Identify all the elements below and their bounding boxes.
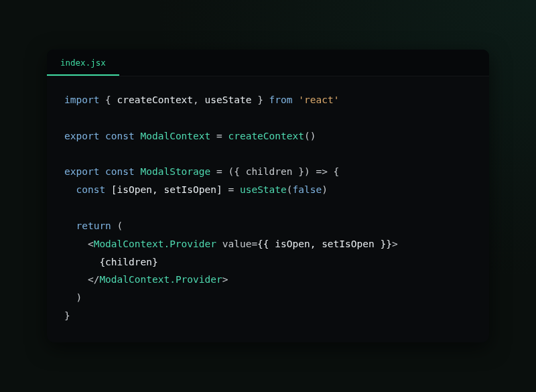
brace: } [251,94,269,105]
keyword-import: import [64,94,99,105]
keyword-const: const [99,131,140,141]
identifier: ModalStorage [141,166,211,177]
indent [64,292,76,303]
jsx-open: < [88,239,94,249]
paren-close: ) [76,292,82,303]
code-line: const [isOpen, setIsOpen] = useState(fal… [64,181,472,199]
jsx-close: > [222,274,228,285]
code-line: {children} [64,253,472,271]
code-line-blank [64,199,472,217]
jsx-expr: {{ isOpen, setIsOpen }} [257,239,392,249]
code-line: return ( [64,217,472,235]
destructure: [isOpen, setIsOpen] [111,184,222,195]
space [216,239,222,249]
code-line: ) [64,289,472,307]
equals: = [222,184,240,195]
keyword-const: const [76,184,105,195]
code-line-blank [64,145,472,164]
indent [64,184,76,195]
call: createContext [228,131,304,141]
identifier: useState [205,94,252,105]
brace: { [99,94,117,105]
indent [64,257,99,267]
jsx-open: </ [88,274,99,285]
code-line: import { createContext, useState } from … [64,91,472,109]
space [105,184,111,195]
equals: = [251,239,257,249]
code-line: export const ModalStorage = ({ children … [64,163,472,181]
equals: = [210,131,228,141]
jsx-attr: value [222,239,252,249]
parens: () [304,131,316,141]
paren-open: ( [287,184,293,195]
tab-bar: index.jsx [47,50,489,76]
identifier: ModalContext [141,131,211,141]
space [293,94,299,105]
code-line: <ModalContext.Provider value={{ isOpen, … [64,235,472,253]
jsx-children: {children} [99,257,157,267]
indent [64,274,88,285]
keyword-export: export [64,166,99,177]
indent [64,239,88,249]
code-line-blank [64,109,472,127]
identifier: createContext [117,94,194,105]
comma: , [193,94,204,105]
brace-close: } [64,310,70,321]
indent [64,220,76,231]
code-area[interactable]: import { createContext, useState } from … [47,76,489,342]
paren-open: ( [111,220,123,231]
code-editor-card: index.jsx import { createContext, useSta… [47,50,489,342]
keyword-return: return [76,220,111,231]
jsx-component: ModalContext.Provider [94,239,216,249]
code-line: export const ModalContext = createContex… [64,127,472,145]
code-line: </ModalContext.Provider> [64,271,472,289]
tab-index-jsx[interactable]: index.jsx [47,50,119,76]
paren-close: ) [322,184,328,195]
keyword-from: from [269,94,293,105]
literal-false: false [293,184,322,195]
code-line: } [64,307,472,325]
keyword-export: export [64,131,99,141]
call: useState [240,184,287,195]
equals: = [210,166,228,177]
keyword-const: const [99,166,140,177]
string-literal: 'react' [298,94,339,105]
jsx-close: > [392,239,398,249]
arrow-fn: ({ children }) => { [228,166,339,177]
jsx-component: ModalContext.Provider [99,274,222,285]
